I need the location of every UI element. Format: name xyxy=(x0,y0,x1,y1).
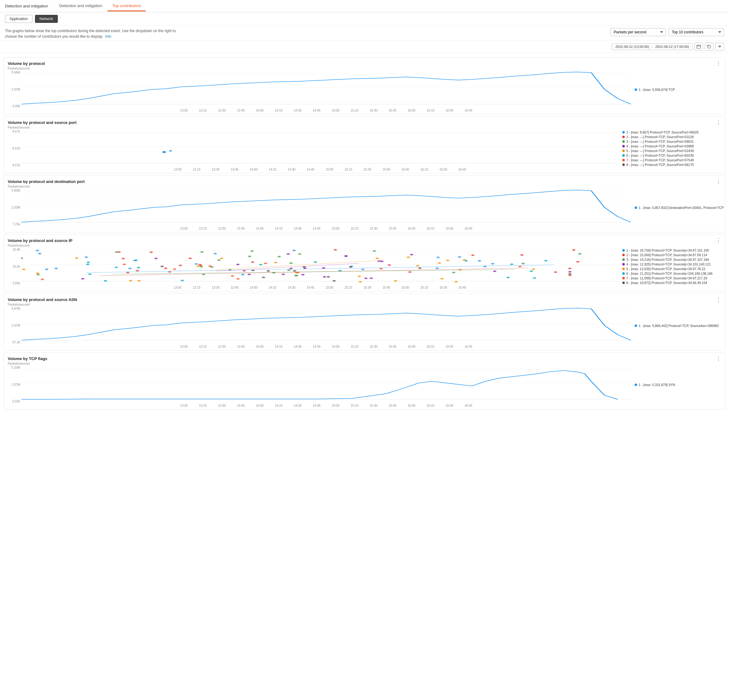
svg-text:15:15: 15:15 xyxy=(351,109,359,112)
svg-text:16:15: 16:15 xyxy=(427,109,434,112)
sub-tab-network[interactable]: Network xyxy=(35,15,58,23)
chart-menu-icon[interactable]: ⋮ xyxy=(716,120,721,125)
charts-container: Volume by protocol ⋮ Packets/second 5.94… xyxy=(0,53,729,700)
svg-point-108 xyxy=(36,274,39,275)
svg-point-74 xyxy=(38,253,41,254)
svg-point-83 xyxy=(436,257,440,258)
svg-point-187 xyxy=(264,263,267,264)
info-link[interactable]: Info xyxy=(105,34,111,39)
svg-point-67 xyxy=(85,257,88,258)
chart-menu-icon[interactable]: ⋮ xyxy=(716,356,721,361)
svg-point-87 xyxy=(164,268,167,269)
legend-text: 1 - [max: 5,857,832] DestinationPort=200… xyxy=(639,206,724,210)
svg-point-137 xyxy=(344,255,348,257)
svg-text:15:15: 15:15 xyxy=(344,286,352,289)
svg-text:13:45: 13:45 xyxy=(237,109,245,112)
header-bar: Detection and mitigation Detection and m… xyxy=(0,0,729,12)
svg-point-143 xyxy=(286,254,289,255)
svg-point-113 xyxy=(250,250,253,252)
chevron-down-icon-btn[interactable] xyxy=(715,43,724,51)
date-end: 2022-08-22 (17:00:00) xyxy=(655,45,689,49)
svg-text:13:45: 13:45 xyxy=(237,227,245,230)
svg-point-154 xyxy=(440,278,443,280)
legend-text: 6 - [max: ---] Protocol=TCP, SourcePort=… xyxy=(626,154,694,157)
svg-point-116 xyxy=(373,250,376,252)
legend-item: 2 - [max: 15,069] Protocol=TCP, SourceIp… xyxy=(622,253,721,257)
svg-point-167 xyxy=(532,268,535,270)
svg-point-191 xyxy=(208,265,212,267)
svg-text:14:45: 14:45 xyxy=(313,109,321,112)
svg-point-209 xyxy=(568,273,571,275)
svg-point-125 xyxy=(295,275,298,276)
chart-menu-icon[interactable]: ⋮ xyxy=(716,297,721,302)
svg-point-177 xyxy=(104,280,107,281)
metric-dropdown[interactable]: Packets per second Bits per second Flows… xyxy=(610,28,666,36)
svg-point-149 xyxy=(220,258,223,259)
svg-point-141 xyxy=(301,274,304,275)
svg-text:15:45: 15:45 xyxy=(383,168,390,171)
svg-text:16:15: 16:15 xyxy=(427,345,434,348)
chart-menu-icon[interactable]: ⋮ xyxy=(716,238,721,243)
tab-top-contributors[interactable]: Top contributors xyxy=(107,1,146,12)
legend-item: 6 - [max: ---] Protocol=TCP, SourcePort=… xyxy=(622,154,721,157)
svg-text:16:45: 16:45 xyxy=(465,404,472,407)
svg-text:15:45: 15:45 xyxy=(389,345,396,348)
legend-text: 5 - [max: ---] Protocol=TCP, SourcePort=… xyxy=(626,149,694,153)
svg-point-89 xyxy=(136,270,139,271)
svg-point-205 xyxy=(333,280,335,281)
svg-text:15:45: 15:45 xyxy=(389,227,396,230)
calendar-icon-btn[interactable] xyxy=(694,43,703,51)
chart-menu-icon[interactable]: ⋮ xyxy=(716,179,721,184)
svg-point-196 xyxy=(518,266,521,267)
svg-point-193 xyxy=(379,268,383,270)
chart-svg xyxy=(21,130,619,167)
svg-text:16:00: 16:00 xyxy=(408,227,415,230)
x-axis-labels: 13:0013:1513:3013:4514:0014:1514:3014:45… xyxy=(21,344,631,348)
svg-point-200 xyxy=(293,270,296,272)
svg-text:13:45: 13:45 xyxy=(231,286,238,289)
svg-point-166 xyxy=(394,280,397,281)
svg-point-161 xyxy=(274,262,277,263)
svg-point-99 xyxy=(189,258,192,259)
contributors-dropdown[interactable]: Top 5 contributors Top 10 contributors T… xyxy=(668,28,724,36)
refresh-icon-btn[interactable] xyxy=(705,43,713,51)
svg-point-129 xyxy=(370,278,373,279)
svg-point-176 xyxy=(465,260,468,261)
svg-point-136 xyxy=(236,264,240,265)
chart-title: Volume by protocol and destination port xyxy=(8,179,85,184)
legend-dot xyxy=(622,164,625,166)
svg-point-162 xyxy=(438,262,441,264)
svg-point-169 xyxy=(86,264,89,265)
tab-detection[interactable]: Detection and mitigation xyxy=(54,1,107,12)
svg-text:16:30: 16:30 xyxy=(440,286,447,289)
legend-item: 1 - [max: 5,331,679] SYN xyxy=(635,383,721,387)
svg-point-206 xyxy=(418,267,421,269)
svg-point-119 xyxy=(200,251,203,253)
svg-text:16:00: 16:00 xyxy=(408,404,415,407)
svg-text:15:45: 15:45 xyxy=(389,404,396,407)
svg-point-124 xyxy=(248,256,251,257)
chart-main: Packets/second 5.87M2.97M67.2k 13:0013:1… xyxy=(8,303,631,348)
svg-text:14:15: 14:15 xyxy=(275,227,283,230)
chart-menu-icon[interactable]: ⋮ xyxy=(716,61,721,66)
svg-point-98 xyxy=(554,271,557,273)
svg-text:13:15: 13:15 xyxy=(199,345,206,348)
legend-item: 1 - [max: 16,756] Protocol=TCP, SourceIp… xyxy=(622,248,721,252)
svg-point-197 xyxy=(568,274,572,276)
chart-main: Packets/second 8.67k8.67k8.67k 13:0013:1… xyxy=(8,126,619,171)
chart-svg xyxy=(21,366,631,403)
svg-point-81 xyxy=(478,260,481,261)
legend-dot xyxy=(622,268,625,270)
svg-point-147 xyxy=(137,280,141,281)
svg-point-69 xyxy=(213,253,216,254)
legend-item: 2 - [max: ---] Protocol=TCP, SourcePort=… xyxy=(622,135,721,139)
sub-tab-application[interactable]: Application xyxy=(5,15,32,23)
chart-svg xyxy=(21,248,619,285)
legend-dot xyxy=(622,281,625,284)
svg-point-114 xyxy=(288,270,290,271)
chart-title: Volume by protocol and source ASN xyxy=(8,297,77,302)
legend-dot xyxy=(635,384,637,386)
svg-text:14:15: 14:15 xyxy=(275,109,283,112)
svg-text:15:30: 15:30 xyxy=(370,345,378,348)
svg-point-140 xyxy=(410,254,413,255)
